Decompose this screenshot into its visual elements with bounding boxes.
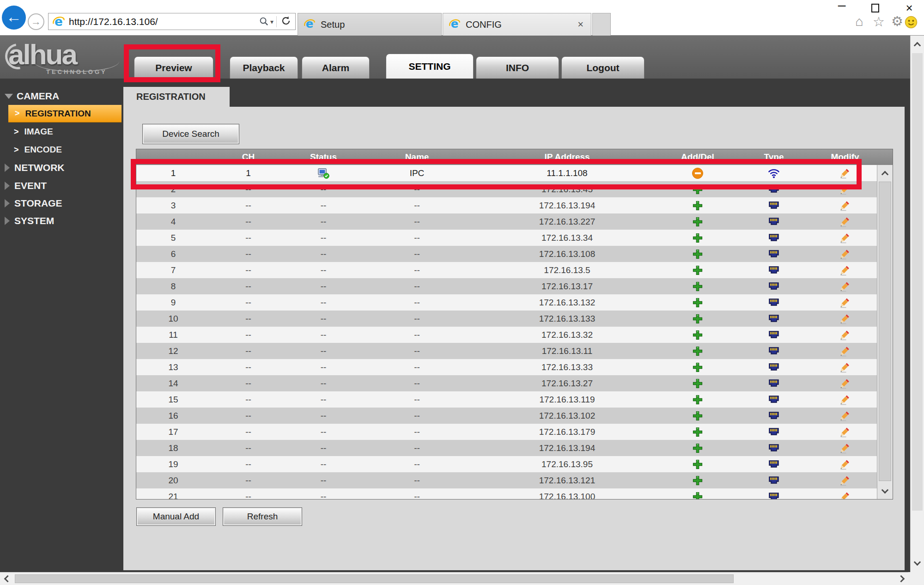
- table-row[interactable]: 16------172.16.13.102: [136, 408, 877, 424]
- edit-pencil-icon[interactable]: [839, 378, 851, 389]
- nav-preview-button[interactable]: Preview: [134, 56, 213, 79]
- settings-gear-icon[interactable]: ⚙: [889, 13, 906, 29]
- search-icon[interactable]: [259, 16, 269, 27]
- add-icon[interactable]: [692, 394, 703, 405]
- add-icon[interactable]: [692, 410, 703, 421]
- scroll-down-arrow[interactable]: [877, 484, 893, 499]
- browser-horizontal-scrollbar-thumb[interactable]: [15, 574, 734, 583]
- edit-pencil-icon[interactable]: [839, 346, 851, 357]
- edit-pencil-icon[interactable]: [839, 232, 851, 244]
- sidebar-item-system[interactable]: SYSTEM: [5, 214, 54, 227]
- nav-setting-button[interactable]: SETTING: [386, 54, 474, 79]
- table-row[interactable]: 13------172.16.13.33: [136, 359, 877, 375]
- address-bar[interactable]: e http://172.16.13.106/ ▾: [48, 13, 296, 30]
- browser-tab-setup[interactable]: e Setup: [298, 13, 442, 36]
- add-icon[interactable]: [692, 475, 703, 486]
- edit-pencil-icon[interactable]: [839, 443, 851, 454]
- table-row[interactable]: 11------172.16.13.32: [136, 327, 877, 343]
- device-search-button[interactable]: Device Search: [142, 124, 239, 144]
- add-icon[interactable]: [692, 329, 703, 341]
- edit-pencil-icon[interactable]: [839, 168, 851, 179]
- browser-vertical-scrollbar-thumb[interactable]: [912, 53, 923, 511]
- search-dropdown-caret-icon[interactable]: ▾: [270, 18, 274, 25]
- add-icon[interactable]: [692, 378, 703, 389]
- table-row[interactable]: 3------172.16.13.194: [136, 197, 877, 213]
- sidebar-item-camera[interactable]: CAMERA: [5, 90, 59, 103]
- edit-pencil-icon[interactable]: [839, 491, 851, 500]
- add-icon[interactable]: [692, 184, 703, 195]
- sidebar-item-network[interactable]: NETWORK: [5, 161, 65, 174]
- edit-pencil-icon[interactable]: [839, 394, 851, 405]
- table-row[interactable]: 17------172.16.13.179: [136, 424, 877, 440]
- table-scrollbar-thumb[interactable]: [879, 182, 891, 481]
- add-icon[interactable]: [692, 313, 703, 324]
- scroll-up-arrow[interactable]: [877, 166, 893, 181]
- edit-pencil-icon[interactable]: [839, 265, 851, 276]
- add-icon[interactable]: [692, 216, 703, 227]
- new-tab-stub[interactable]: [592, 13, 611, 36]
- edit-pencil-icon[interactable]: [839, 459, 851, 470]
- refresh-icon[interactable]: [280, 15, 292, 28]
- sidebar-item-event[interactable]: EVENT: [5, 179, 47, 192]
- add-icon[interactable]: [692, 297, 703, 308]
- add-icon[interactable]: [692, 459, 703, 470]
- edit-pencil-icon[interactable]: [839, 249, 851, 260]
- browser-back-button[interactable]: ←: [2, 6, 26, 30]
- add-icon[interactable]: [692, 281, 703, 292]
- delete-icon[interactable]: [692, 168, 703, 179]
- browser-scroll-right-arrow[interactable]: [894, 573, 907, 585]
- nav-info-button[interactable]: INFO: [476, 56, 559, 79]
- table-row[interactable]: 10------172.16.13.133: [136, 311, 877, 327]
- add-icon[interactable]: [692, 346, 703, 357]
- edit-pencil-icon[interactable]: [839, 281, 851, 292]
- add-icon[interactable]: [692, 249, 703, 260]
- feedback-smiley-icon[interactable]: [905, 16, 918, 29]
- browser-scroll-up-arrow[interactable]: [911, 37, 924, 51]
- browser-scroll-left-arrow[interactable]: [1, 573, 14, 585]
- maximize-button[interactable]: [865, 4, 885, 14]
- edit-pencil-icon[interactable]: [839, 329, 851, 341]
- sidebar-item-encode[interactable]: > ENCODE: [14, 143, 62, 156]
- browser-forward-button[interactable]: →: [28, 13, 44, 30]
- table-row[interactable]: 4------172.16.13.227: [136, 213, 877, 230]
- edit-pencil-icon[interactable]: [839, 427, 851, 438]
- table-row[interactable]: 9------172.16.13.132: [136, 294, 877, 311]
- tab-registration[interactable]: REGISTRATION: [123, 87, 230, 107]
- table-row[interactable]: 6------172.16.13.108: [136, 246, 877, 262]
- table-row[interactable]: 20------172.16.13.121: [136, 472, 877, 488]
- edit-pencil-icon[interactable]: [839, 475, 851, 486]
- sidebar-item-registration[interactable]: > REGISTRATION: [8, 105, 122, 122]
- add-icon[interactable]: [692, 491, 703, 500]
- table-row[interactable]: 2------172.16.13.45: [136, 181, 877, 197]
- table-row[interactable]: 18------172.16.13.194: [136, 440, 877, 456]
- table-row[interactable]: 8------172.16.13.17: [136, 278, 877, 294]
- minimize-button[interactable]: –: [832, 0, 852, 13]
- manual-add-button[interactable]: Manual Add: [136, 507, 216, 526]
- table-row[interactable]: 15------172.16.13.119: [136, 391, 877, 408]
- edit-pencil-icon[interactable]: [839, 410, 851, 421]
- add-icon[interactable]: [692, 200, 703, 211]
- edit-pencil-icon[interactable]: [839, 313, 851, 324]
- table-row[interactable]: 5------172.16.13.34: [136, 230, 877, 246]
- refresh-button[interactable]: Refresh: [223, 507, 302, 526]
- table-row[interactable]: 12------172.16.13.11: [136, 343, 877, 359]
- nav-alarm-button[interactable]: Alarm: [302, 56, 370, 79]
- browser-tab-config[interactable]: e CONFIG ×: [443, 13, 591, 36]
- sidebar-item-storage[interactable]: STORAGE: [5, 197, 62, 210]
- home-icon[interactable]: ⌂: [851, 14, 868, 29]
- edit-pencil-icon[interactable]: [839, 200, 851, 211]
- table-row[interactable]: 14------172.16.13.27: [136, 375, 877, 391]
- edit-pencil-icon[interactable]: [839, 362, 851, 373]
- add-icon[interactable]: [692, 232, 703, 244]
- table-row[interactable]: 7------172.16.13.5: [136, 262, 877, 278]
- table-row[interactable]: 21------172.16.13.100: [136, 488, 877, 499]
- table-row[interactable]: 19------172.16.13.95: [136, 456, 877, 472]
- nav-logout-button[interactable]: Logout: [561, 56, 644, 79]
- edit-pencil-icon[interactable]: [839, 216, 851, 227]
- table-row[interactable]: 11IPC11.1.1.108: [136, 165, 877, 181]
- edit-pencil-icon[interactable]: [839, 297, 851, 308]
- add-icon[interactable]: [692, 427, 703, 438]
- add-icon[interactable]: [692, 443, 703, 454]
- favorites-star-icon[interactable]: ☆: [870, 14, 887, 30]
- add-icon[interactable]: [692, 362, 703, 373]
